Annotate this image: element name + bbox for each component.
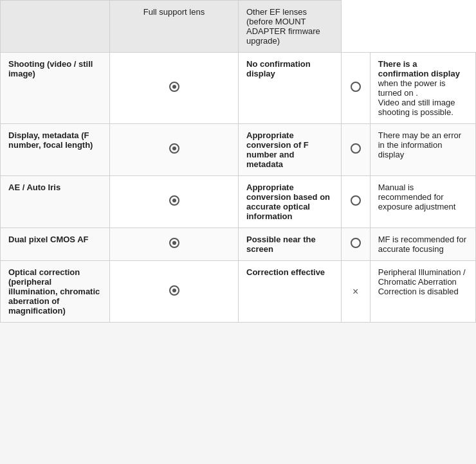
header-other-ef: Other EF lenses (before MOUNT ADAPTER fi…	[239, 1, 342, 53]
other-ef-icon-cell	[341, 53, 370, 124]
full-support-content: Appropriate conversion of F number and m…	[239, 124, 342, 176]
header-full-support: Full support lens	[110, 1, 239, 53]
full-support-icon-cell	[110, 261, 239, 323]
other-ef-content: MF is recommended for accurate focusing	[370, 228, 475, 261]
circle-filled-icon	[169, 238, 179, 248]
other-ef-content: There may be an error in the information…	[370, 124, 475, 176]
circle-empty-icon	[351, 238, 361, 248]
other-ef-content: There is a confirmation display when the…	[370, 53, 475, 124]
comparison-table: Full support lens Other EF lenses (befor…	[0, 0, 476, 323]
other-ef-icon-cell	[341, 176, 370, 228]
circle-empty-icon	[351, 143, 361, 154]
circle-empty-icon	[351, 82, 361, 92]
other-ef-icon-cell	[341, 124, 370, 176]
x-mark-icon: ×	[352, 286, 358, 297]
other-ef-icon-cell: ×	[341, 261, 370, 323]
feature-label: Optical correction (peripheral illuminat…	[1, 261, 110, 323]
feature-label: Dual pixel CMOS AF	[1, 228, 110, 261]
full-support-icon-cell	[110, 53, 239, 124]
circle-filled-icon	[169, 285, 179, 296]
feature-label: AE / Auto Iris	[1, 176, 110, 228]
full-support-content: No confirmation display	[239, 53, 342, 124]
full-support-icon-cell	[110, 228, 239, 261]
circle-filled-icon	[169, 143, 179, 154]
other-ef-content: Peripheral Illumination / Chromatic Aber…	[370, 261, 475, 323]
circle-filled-icon	[169, 82, 179, 92]
other-ef-content: Manual is recommended for exposure adjus…	[370, 176, 475, 228]
other-ef-icon-cell	[341, 228, 370, 261]
circle-filled-icon	[169, 195, 179, 206]
full-support-icon-cell	[110, 176, 239, 228]
full-support-content: Correction effective	[239, 261, 342, 323]
full-support-content: Possible near the screen	[239, 228, 342, 261]
header-feature	[1, 1, 110, 53]
full-support-icon-cell	[110, 124, 239, 176]
full-support-content: Appropriate conversion based on accurate…	[239, 176, 342, 228]
feature-label: Shooting (video / still image)	[1, 53, 110, 124]
circle-empty-icon	[351, 195, 361, 206]
feature-label: Display, metadata (F number, focal lengt…	[1, 124, 110, 176]
